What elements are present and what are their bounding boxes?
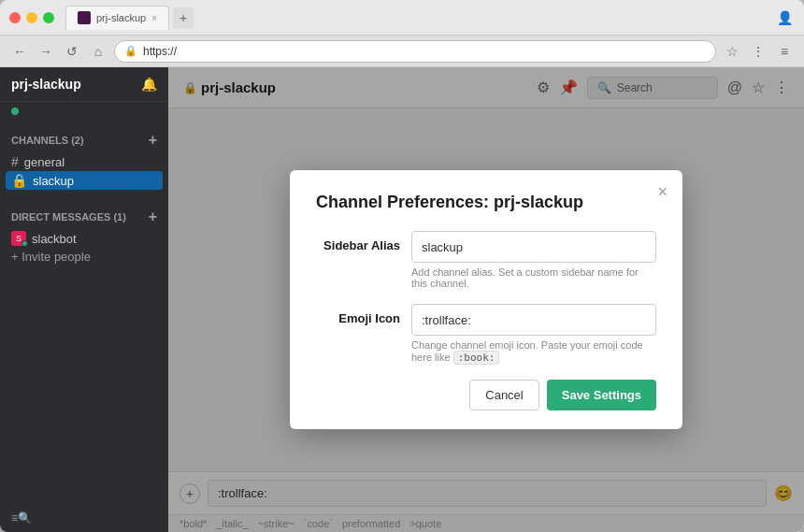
online-status-dot (11, 108, 19, 115)
close-window-button[interactable] (9, 12, 21, 23)
app-area: prj-slackup 🔔 CHANNELS (2) + # general 🔒… (0, 67, 804, 532)
dm-section: DIRECT MESSAGES (1) + S slackbot + Invit… (0, 197, 168, 266)
channels-section-header: CHANNELS (2) + (0, 121, 168, 152)
bell-icon[interactable]: 🔔 (141, 77, 157, 92)
new-tab-button[interactable]: + (173, 7, 194, 28)
sidebar-item-slackup[interactable]: 🔒 slackup (6, 171, 163, 190)
tab-favicon-icon (78, 11, 91, 24)
tab-title: prj-slackup (96, 12, 146, 23)
sidebar-bottom-icon: ≡🔍 (11, 511, 32, 525)
sidebar: prj-slackup 🔔 CHANNELS (2) + # general 🔒… (0, 67, 168, 532)
tab-close-button[interactable]: × (151, 13, 157, 23)
modal-overlay[interactable]: Channel Preferences: prj-slackup × Sideb… (168, 67, 804, 532)
main-content: 🔒 prj-slackup ⚙ 📌 🔍 Search @ ☆ ⋮ (168, 67, 804, 532)
emoji-icon-hint: Change channel emoji icon. Paste your em… (411, 339, 656, 365)
channel-general-label: general (24, 155, 65, 169)
browser-user-icon: 👤 (774, 7, 795, 28)
channel-preferences-modal: Channel Preferences: prj-slackup × Sideb… (290, 170, 682, 429)
workspace-name: prj-slackup (11, 77, 81, 92)
minimize-window-button[interactable] (26, 12, 37, 23)
emoji-icon-input[interactable] (411, 304, 656, 336)
home-button[interactable]: ⌂ (88, 41, 108, 62)
emoji-icon-row: Emoji Icon Change channel emoji icon. Pa… (316, 304, 656, 365)
invite-people-button[interactable]: + Invite people (0, 248, 168, 266)
forward-button[interactable]: → (36, 41, 56, 62)
dm-section-header: DIRECT MESSAGES (1) + (0, 197, 168, 229)
channel-hash-icon: # (11, 154, 19, 169)
browser-settings-icon[interactable]: ≡ (774, 41, 795, 62)
traffic-lights (9, 12, 54, 23)
refresh-button[interactable]: ↺ (62, 41, 82, 62)
dm-label: DIRECT MESSAGES (1) (11, 211, 126, 223)
emoji-icon-label: Emoji Icon (316, 304, 400, 325)
cancel-button[interactable]: Cancel (469, 380, 538, 410)
back-button[interactable]: ← (9, 41, 30, 62)
tab-area: prj-slackup × + (65, 6, 767, 30)
add-dm-button[interactable]: + (149, 208, 157, 225)
sidebar-alias-input[interactable] (411, 231, 656, 263)
save-settings-button[interactable]: Save Settings (547, 380, 656, 410)
browser-titlebar: prj-slackup × + 👤 (0, 0, 804, 36)
dm-status-dot (22, 240, 28, 247)
sidebar-alias-field: Add channel alias. Set a custom sidebar … (411, 231, 656, 289)
bookmark-star-icon[interactable]: ☆ (722, 41, 742, 62)
modal-close-button[interactable]: × (657, 183, 668, 200)
dm-slackbot-label: slackbot (32, 232, 77, 246)
browser-tab-active[interactable]: prj-slackup × (65, 6, 169, 30)
channels-label: CHANNELS (2) (11, 135, 84, 146)
sidebar-alias-label: Sidebar Alias (316, 231, 400, 252)
dm-item-slackbot[interactable]: S slackbot (0, 229, 168, 248)
modal-title: Channel Preferences: prj-slackup (316, 193, 656, 212)
emoji-code-example: :book: (453, 351, 500, 365)
dm-avatar: S (11, 231, 26, 246)
channel-slackup-label: slackup (33, 174, 74, 188)
browser-menu-icon[interactable]: ⋮ (748, 41, 768, 62)
emoji-icon-field: Change channel emoji icon. Paste your em… (411, 304, 656, 365)
sidebar-alias-row: Sidebar Alias Add channel alias. Set a c… (316, 231, 656, 289)
lock-icon: 🔒 (124, 45, 137, 57)
channel-hash-icon: 🔒 (11, 173, 27, 188)
workspace-header: prj-slackup 🔔 (0, 67, 168, 102)
add-channel-button[interactable]: + (149, 132, 157, 149)
modal-actions: Cancel Save Settings (316, 380, 656, 410)
browser-toolbar: ← → ↺ ⌂ 🔒 https:// ☆ ⋮ ≡ (0, 36, 804, 67)
sidebar-bottom[interactable]: ≡🔍 (0, 504, 168, 532)
sidebar-alias-hint: Add channel alias. Set a custom sidebar … (411, 266, 656, 289)
address-bar[interactable]: 🔒 https:// (114, 40, 716, 63)
url-text: https:// (143, 45, 177, 58)
maximize-window-button[interactable] (43, 12, 54, 23)
sidebar-item-general[interactable]: # general (0, 152, 168, 171)
